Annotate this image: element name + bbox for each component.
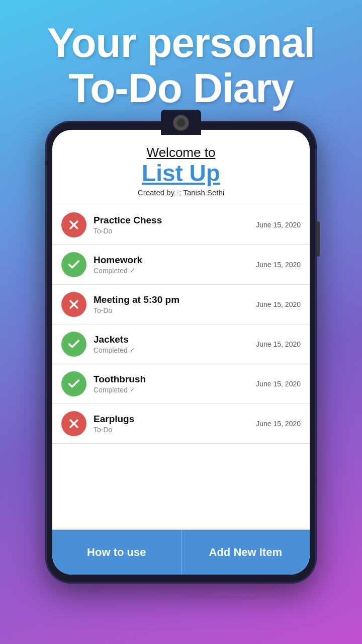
todo-name: Earplugs xyxy=(94,414,249,425)
todo-info: EarplugsTo-Do xyxy=(94,414,249,434)
todo-item[interactable]: Meeting at 5:30 pmTo-DoJune 15, 2020 xyxy=(52,285,310,325)
promo-title: Your personal To-Do Diary xyxy=(0,0,362,121)
todo-status: Completed ✓ xyxy=(94,386,249,394)
todo-name: Practice Chess xyxy=(94,215,249,226)
todo-status: Completed ✓ xyxy=(94,346,249,354)
phone-mockup: Welcome to List Up Created by -: Tanish … xyxy=(45,121,317,584)
x-icon xyxy=(61,212,86,237)
check-icon xyxy=(61,371,86,396)
x-icon xyxy=(61,292,86,317)
phone-screen: Welcome to List Up Created by -: Tanish … xyxy=(52,130,310,575)
todo-item[interactable]: ToothbrushCompleted ✓June 15, 2020 xyxy=(52,364,310,404)
how-to-use-button[interactable]: How to use xyxy=(52,530,182,575)
camera-bump xyxy=(161,110,201,135)
todo-info: Meeting at 5:30 pmTo-Do xyxy=(94,294,249,314)
todo-list: Practice ChessTo-DoJune 15, 2020Homework… xyxy=(52,205,310,529)
todo-info: ToothbrushCompleted ✓ xyxy=(94,374,249,394)
x-icon xyxy=(61,411,86,436)
todo-date: June 15, 2020 xyxy=(256,221,301,229)
screen-header: Welcome to List Up Created by -: Tanish … xyxy=(52,130,310,205)
add-new-item-button[interactable]: Add New Item xyxy=(182,530,310,575)
todo-date: June 15, 2020 xyxy=(256,340,301,348)
camera-lens xyxy=(173,115,189,131)
todo-item[interactable]: HomeworkCompleted ✓June 15, 2020 xyxy=(52,245,310,285)
check-icon xyxy=(61,252,86,277)
todo-status: To-Do xyxy=(94,306,249,314)
bottom-bar: How to use Add New Item xyxy=(52,529,310,575)
todo-info: HomeworkCompleted ✓ xyxy=(94,255,249,275)
todo-item[interactable]: JacketsCompleted ✓June 15, 2020 xyxy=(52,325,310,364)
todo-date: June 15, 2020 xyxy=(256,420,301,428)
todo-status: To-Do xyxy=(94,227,249,235)
app-title: List Up xyxy=(62,160,300,186)
todo-name: Meeting at 5:30 pm xyxy=(94,294,249,305)
todo-info: JacketsCompleted ✓ xyxy=(94,334,249,354)
todo-date: June 15, 2020 xyxy=(256,300,301,308)
welcome-text: Welcome to xyxy=(62,145,300,160)
todo-name: Homework xyxy=(94,255,249,266)
todo-item[interactable]: EarplugsTo-DoJune 15, 2020 xyxy=(52,404,310,444)
check-icon xyxy=(61,332,86,357)
todo-date: June 15, 2020 xyxy=(256,261,301,269)
creator-text: Created by -: Tanish Sethi xyxy=(62,188,300,197)
todo-info: Practice ChessTo-Do xyxy=(94,215,249,235)
todo-date: June 15, 2020 xyxy=(256,380,301,388)
todo-name: Toothbrush xyxy=(94,374,249,385)
todo-status: Completed ✓ xyxy=(94,267,249,275)
todo-status: To-Do xyxy=(94,426,249,434)
side-button xyxy=(317,221,320,257)
todo-name: Jackets xyxy=(94,334,249,345)
todo-item[interactable]: Practice ChessTo-DoJune 15, 2020 xyxy=(52,205,310,245)
